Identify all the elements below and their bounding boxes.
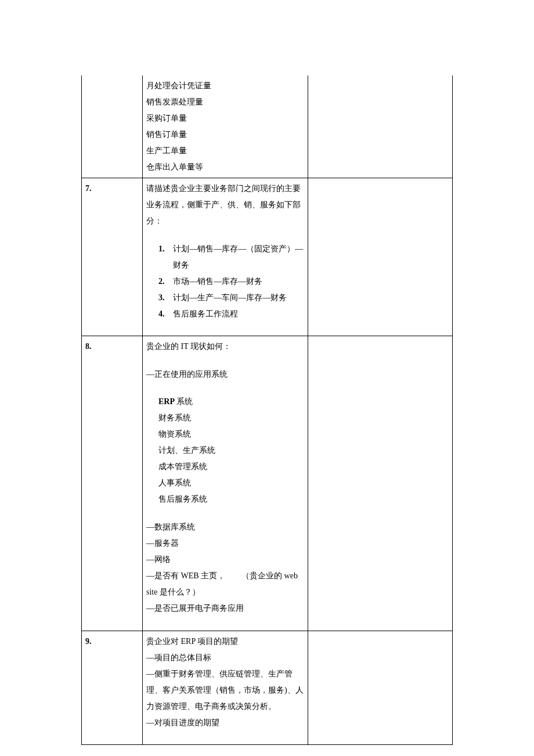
spacer bbox=[146, 617, 304, 628]
text-line: 销售发票处理量 bbox=[146, 94, 304, 110]
text-line: 人事系统 bbox=[146, 475, 304, 491]
item-text: 市场—销售—库存—财务 bbox=[173, 273, 262, 290]
text-line: 生产工单量 bbox=[146, 143, 304, 159]
item-number: 2. bbox=[158, 273, 173, 290]
text-line: 计划、生产系统 bbox=[146, 442, 304, 459]
item-number: 3. bbox=[158, 290, 173, 306]
spacer bbox=[146, 731, 304, 743]
text-line: —项目的总体目标 bbox=[146, 650, 304, 666]
row-description: 贵企业对 ERP 项目的期望—项目的总体目标—侧重于财务管理、供应链管理、生产管… bbox=[143, 631, 308, 745]
row-number bbox=[82, 75, 143, 178]
numbered-item: 2.市场—销售—库存—财务 bbox=[146, 273, 304, 290]
text-line: 售后服务系统 bbox=[146, 491, 304, 507]
text-line: 物资系统 bbox=[146, 426, 304, 442]
text-line: 采购订单量 bbox=[146, 110, 304, 127]
text-line: 仓库出入单量等 bbox=[146, 159, 304, 175]
spacer bbox=[146, 383, 304, 394]
text-line: —对项目进度的期望 bbox=[146, 715, 304, 731]
numbered-item: 3.计划—生产—车间—库存—财务 bbox=[146, 290, 304, 306]
text-line: —网络 bbox=[146, 552, 304, 568]
row-description: 贵企业的 IT 现状如何：—正在使用的应用系统ERP 系统财务系统物资系统计划、… bbox=[143, 336, 308, 631]
item-number: 1. bbox=[158, 241, 173, 257]
text-line: 成本管理系统 bbox=[146, 459, 304, 475]
text-line: —是否有 WEB 主页， （贵企业的 web site 是什么？） bbox=[146, 568, 304, 600]
row-answer bbox=[308, 631, 453, 745]
item-number: 4. bbox=[158, 306, 173, 322]
text-line: —数据库系统 bbox=[146, 519, 304, 535]
row-answer bbox=[308, 75, 453, 178]
spacer bbox=[146, 322, 304, 334]
text-line: 贵企业的 IT 现状如何： bbox=[146, 339, 304, 355]
row-description: 请描述贵企业主要业务部门之间现行的主要业务流程，侧重于产、供、销、服务如下部分：… bbox=[143, 178, 308, 336]
item-text: 计划—生产—车间—库存—财务 bbox=[173, 290, 287, 306]
table-row: 9.贵企业对 ERP 项目的期望—项目的总体目标—侧重于财务管理、供应链管理、生… bbox=[82, 631, 453, 745]
numbered-item: 1.计划—销售—库存—（固定资产）—财务 bbox=[146, 241, 304, 273]
row-answer bbox=[308, 336, 453, 631]
text-line: 月处理会计凭证量 bbox=[146, 78, 304, 94]
text-line: 销售订单量 bbox=[146, 127, 304, 143]
row-description: 月处理会计凭证量销售发票处理量采购订单量销售订单量生产工单量仓库出入单量等 bbox=[143, 75, 308, 178]
table-row: 7.请描述贵企业主要业务部门之间现行的主要业务流程，侧重于产、供、销、服务如下部… bbox=[82, 178, 453, 336]
row-number: 8. bbox=[82, 336, 143, 631]
numbered-item: 4.售后服务工作流程 bbox=[146, 306, 304, 322]
text-line: —服务器 bbox=[146, 535, 304, 552]
text-line: —正在使用的应用系统 bbox=[146, 366, 304, 383]
text-line: 财务系统 bbox=[146, 410, 304, 426]
table-row: 8.贵企业的 IT 现状如何：—正在使用的应用系统ERP 系统财务系统物资系统计… bbox=[82, 336, 453, 631]
text-line: —侧重于财务管理、供应链管理、生产管理、客户关系管理（销售，市场，服务)、人力资… bbox=[146, 666, 304, 715]
item-text: 计划—销售—库存—（固定资产）—财务 bbox=[173, 241, 304, 273]
text-line: —是否已展开电子商务应用 bbox=[146, 600, 304, 617]
row-answer bbox=[308, 178, 453, 336]
questionnaire-table: 月处理会计凭证量销售发票处理量采购订单量销售订单量生产工单量仓库出入单量等7.请… bbox=[81, 75, 453, 745]
spacer bbox=[146, 229, 304, 241]
text-line: 贵企业对 ERP 项目的期望 bbox=[146, 633, 304, 650]
text-line: ERP 系统 bbox=[146, 394, 304, 410]
row-number: 7. bbox=[82, 178, 143, 336]
item-text: 售后服务工作流程 bbox=[173, 306, 238, 322]
spacer bbox=[146, 355, 304, 366]
table-row: 月处理会计凭证量销售发票处理量采购订单量销售订单量生产工单量仓库出入单量等 bbox=[82, 75, 453, 178]
text-line: 请描述贵企业主要业务部门之间现行的主要业务流程，侧重于产、供、销、服务如下部分： bbox=[146, 181, 304, 229]
spacer bbox=[146, 507, 304, 519]
row-number: 9. bbox=[82, 631, 143, 745]
